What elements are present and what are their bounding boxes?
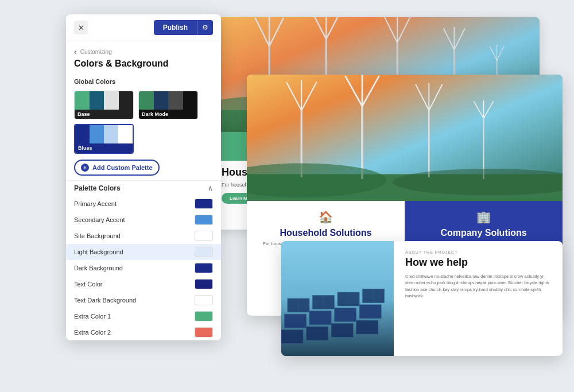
breadcrumb-text: Customizing [80, 49, 112, 55]
blues-swatch-4 [118, 125, 133, 143]
svg-rect-54 [307, 327, 328, 340]
color-row-label-1: Secondary Accent [74, 216, 125, 223]
settings-button[interactable]: ⚙ [197, 20, 213, 35]
svg-rect-48 [363, 289, 385, 303]
palette-colors-label: Palette Colors [74, 184, 121, 192]
color-row-7: Extra Color 1 [66, 308, 221, 324]
svg-rect-55 [331, 324, 353, 337]
hero-image-mid [247, 75, 563, 201]
back-arrow-icon[interactable]: ‹ [74, 47, 77, 56]
color-row-label-2: Site Background [74, 232, 121, 239]
global-colors-grid: Base Dark Mode [66, 87, 221, 124]
base-swatch-2 [90, 91, 104, 110]
color-row-label-0: Primary Accent [74, 200, 117, 207]
panel-topbar: ✕ Publish ⚙ [66, 14, 221, 41]
svg-rect-47 [338, 292, 359, 306]
chevron-up-icon[interactable]: ∧ [208, 184, 213, 192]
color-row-label-4: Dark Background [74, 265, 123, 271]
color-row-1: Secondary Accent [66, 212, 221, 228]
palette-blues[interactable]: Blues [74, 124, 134, 154]
color-swatch-8[interactable] [195, 327, 213, 337]
dark-mode-palette-name: Dark Mode [139, 110, 197, 119]
color-swatch-0[interactable] [195, 199, 213, 209]
svg-rect-56 [356, 320, 378, 334]
solar-image [281, 241, 394, 356]
color-swatch-2[interactable] [195, 231, 213, 241]
color-row-label-8: Extra Color 2 [74, 329, 111, 336]
color-swatch-7[interactable] [195, 311, 213, 321]
dark-swatch-3 [168, 91, 183, 110]
palette-dark-mode[interactable]: Dark Mode [138, 91, 198, 119]
global-colors-label: Global Colors [66, 75, 221, 87]
color-swatch-4[interactable] [195, 263, 213, 273]
publish-area: Publish ⚙ [154, 20, 213, 35]
dark-mode-swatches [139, 91, 197, 110]
plus-icon: + [81, 164, 89, 172]
color-row-8: Extra Color 2 [66, 324, 221, 340]
how-we-help-section: ABOUT THE PROJECT How we help Cred chill… [394, 241, 563, 356]
breadcrumb: ‹ Customizing [66, 41, 221, 59]
blues-swatch-3 [104, 125, 118, 143]
base-swatch-3 [104, 91, 119, 110]
color-swatch-3[interactable] [195, 247, 213, 257]
customizer-panel: ✕ Publish ⚙ ‹ Customizing Colors & Backg… [66, 14, 221, 340]
color-row-3: Light Background [66, 244, 221, 260]
building-icon-mid: 🏢 [476, 210, 491, 224]
svg-rect-53 [281, 329, 303, 343]
add-custom-label: Add Custom Palette [92, 164, 153, 171]
base-swatch-4 [119, 91, 134, 110]
color-rows-container: Primary AccentSecondary AccentSite Backg… [66, 196, 221, 340]
svg-rect-52 [359, 305, 381, 319]
color-swatch-6[interactable] [195, 295, 213, 305]
palette-base[interactable]: Base [74, 91, 134, 119]
base-swatches [75, 91, 133, 110]
color-row-4: Dark Background [66, 260, 221, 276]
blues-swatch-1 [75, 125, 90, 143]
blues-palette-name: Blues [75, 143, 133, 153]
color-row-label-7: Extra Color 1 [74, 313, 111, 320]
house-icon-mid: 🏠 [319, 210, 333, 224]
about-label: ABOUT THE PROJECT [405, 250, 551, 254]
preview-container: 🏠 🏢 Household Solutions For households t… [212, 17, 563, 381]
color-row-label-5: Text Color [74, 281, 103, 288]
color-row-5: Text Color [66, 276, 221, 292]
how-we-help-body: Cred chillwave mustache helvetica raw de… [405, 273, 551, 299]
svg-rect-50 [309, 311, 331, 325]
color-row-label-3: Light Background [74, 249, 123, 255]
palette-colors-header: Palette Colors ∧ [66, 180, 221, 196]
mid-card-right-heading: Company Solutions [440, 227, 526, 238]
publish-button[interactable]: Publish [154, 20, 197, 35]
blues-palette-wrapper: Blues [66, 124, 221, 158]
color-row-2: Site Background [66, 228, 221, 244]
color-row-label-6: Text Dark Background [74, 297, 136, 304]
blues-swatches [75, 125, 133, 143]
mid-card-left-heading: Household Solutions [280, 227, 372, 238]
color-row-0: Primary Accent [66, 196, 221, 212]
color-swatch-1[interactable] [195, 215, 213, 225]
base-palette-name: Base [75, 110, 133, 119]
color-swatch-5[interactable] [195, 279, 213, 289]
blues-swatch-2 [90, 125, 104, 143]
dark-swatch-2 [154, 91, 169, 110]
close-button[interactable]: ✕ [74, 21, 88, 34]
preview-card-bottom: ABOUT THE PROJECT How we help Cred chill… [281, 241, 563, 356]
dark-swatch-1 [139, 91, 154, 110]
base-swatch-1 [75, 91, 90, 110]
svg-rect-49 [284, 314, 306, 328]
svg-rect-45 [288, 298, 309, 312]
color-row-6: Text Dark Background [66, 292, 221, 308]
dark-swatch-4 [183, 91, 198, 110]
svg-rect-51 [335, 308, 356, 321]
how-we-help-heading: How we help [405, 257, 551, 269]
add-custom-palette-button[interactable]: + Add Custom Palette [74, 160, 160, 176]
panel-title: Colors & Background [66, 59, 221, 75]
svg-rect-46 [312, 296, 334, 309]
